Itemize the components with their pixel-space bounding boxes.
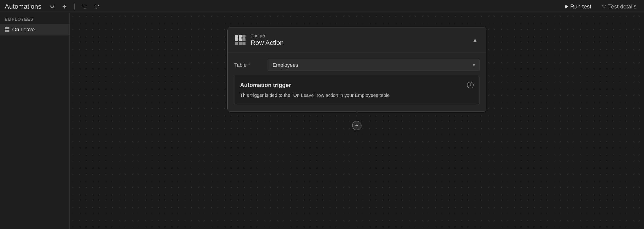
test-details-label: Test details xyxy=(608,3,636,10)
main-layout: EMPLOYEES On Leave Trigger xyxy=(0,13,644,229)
trigger-title-block: Trigger Row Action xyxy=(251,33,466,46)
table-row: Table * Employees ▾ xyxy=(234,59,480,71)
test-details-button[interactable]: Test details xyxy=(599,2,639,11)
search-button[interactable] xyxy=(48,2,56,11)
undo-button[interactable] xyxy=(80,2,89,11)
svg-line-1 xyxy=(53,7,54,8)
info-box-header: Automation trigger i xyxy=(240,82,474,88)
topbar: Automations Run test xyxy=(0,0,644,13)
trigger-label: Trigger xyxy=(251,33,466,38)
table-select[interactable]: Employees ▾ xyxy=(268,59,480,71)
grid-icon xyxy=(5,27,10,32)
redo-button[interactable] xyxy=(92,2,101,11)
sidebar-section-header: EMPLOYEES xyxy=(0,13,70,24)
trigger-collapse-button[interactable]: ▲ xyxy=(470,35,480,45)
trigger-grid-icon xyxy=(235,35,246,45)
canvas: Trigger Row Action ▲ Table * Employees ▾ xyxy=(70,13,644,229)
sidebar-item-on-leave[interactable]: On Leave xyxy=(0,24,70,35)
add-step-button[interactable]: + xyxy=(352,121,362,130)
table-select-value: Employees xyxy=(272,62,298,68)
trigger-card: Trigger Row Action ▲ Table * Employees ▾ xyxy=(228,27,486,112)
connector-line xyxy=(356,111,357,121)
add-button[interactable] xyxy=(60,2,69,11)
topbar-right: Run test Test details xyxy=(562,2,639,11)
table-field-label: Table * xyxy=(234,62,262,68)
info-box-text: This trigger is tied to the "On Leave" r… xyxy=(240,92,474,99)
trigger-icon-box xyxy=(234,34,246,46)
sidebar: EMPLOYEES On Leave xyxy=(0,13,70,229)
trigger-card-header: Trigger Row Action ▲ xyxy=(228,27,486,52)
play-icon xyxy=(565,4,568,9)
trigger-card-body: Table * Employees ▾ Automation trigger i… xyxy=(228,52,486,111)
info-icon[interactable]: i xyxy=(467,82,474,88)
chevron-down-icon: ▾ xyxy=(473,62,475,68)
sidebar-item-label: On Leave xyxy=(12,26,34,33)
run-test-button[interactable]: Run test xyxy=(562,2,594,11)
connector: + xyxy=(352,111,362,130)
automation-trigger-info-box: Automation trigger i This trigger is tie… xyxy=(234,76,480,105)
app-title: Automations xyxy=(5,3,42,10)
info-box-title: Automation trigger xyxy=(240,82,291,88)
trigger-name: Row Action xyxy=(251,39,466,46)
run-test-label: Run test xyxy=(570,3,591,10)
